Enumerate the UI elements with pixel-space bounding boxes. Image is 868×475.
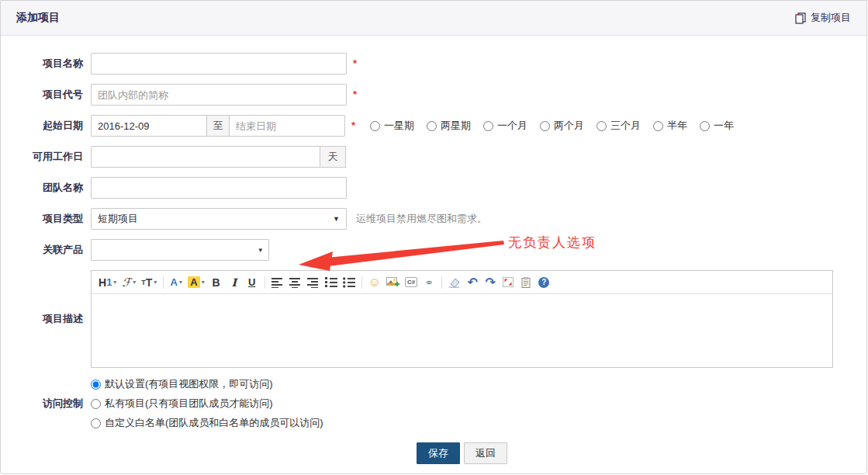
chevron-down-icon: ▾: [179, 279, 182, 286]
align-right-icon: [307, 277, 320, 288]
chevron-down-icon: ▾: [154, 279, 157, 286]
duration-option-2months[interactable]: 两个月: [540, 119, 584, 133]
image-icon: [386, 277, 399, 288]
linked-product-select[interactable]: ▾: [91, 239, 269, 261]
font-color-button[interactable]: A▾: [168, 273, 185, 292]
undo-button[interactable]: ↶: [464, 273, 481, 292]
redo-button[interactable]: ↷: [482, 273, 499, 292]
emoticon-button[interactable]: ☺: [366, 273, 383, 292]
smiley-icon: ☺: [368, 276, 381, 289]
description-label: 项目描述: [18, 308, 83, 330]
help-button[interactable]: ?: [535, 273, 552, 292]
ordered-list-icon: [325, 277, 337, 288]
fullscreen-icon: [503, 277, 514, 287]
linked-product-label: 关联产品: [18, 239, 83, 261]
access-control-label: 访问控制: [18, 393, 83, 414]
chevron-down-icon: ▾: [258, 246, 262, 254]
duration-radio[interactable]: [700, 121, 710, 131]
duration-option-1week[interactable]: 一星期: [370, 119, 414, 133]
copy-project-link[interactable]: 复制项目: [795, 11, 851, 25]
project-type-value: 短期项目: [98, 212, 330, 226]
access-option-private[interactable]: 私有项目(只有项目团队成员才能访问): [91, 397, 323, 411]
team-name-input[interactable]: [91, 177, 347, 199]
access-radio[interactable]: [91, 399, 101, 409]
duration-radio[interactable]: [370, 121, 380, 131]
description-editor-area[interactable]: [92, 294, 832, 367]
duration-option-1month[interactable]: 一个月: [483, 119, 527, 133]
save-button[interactable]: 保存: [417, 442, 460, 464]
workdays-unit-addon: 天: [320, 146, 346, 168]
duration-radio[interactable]: [427, 121, 437, 131]
row-team-name: 团队名称: [18, 177, 866, 199]
toolbar-separator: [163, 276, 164, 289]
add-project-form: 项目名称 * 项目代号 * 起始日期 至 * 一星期 两: [1, 36, 866, 464]
access-radio-group: 默认设置(有项目视图权限，即可访问) 私有项目(只有项目团队成员才能访问) 自定…: [91, 377, 323, 430]
duration-option-2weeks[interactable]: 两星期: [427, 119, 471, 133]
project-name-label: 项目名称: [18, 53, 83, 75]
align-center-button[interactable]: [287, 273, 304, 292]
duration-option-halfyear[interactable]: 半年: [653, 119, 687, 133]
undo-icon: ↶: [468, 276, 478, 289]
date-range-label: 起始日期: [18, 115, 83, 137]
copy-icon: [795, 12, 807, 24]
duration-radio[interactable]: [483, 121, 493, 131]
toolbar-separator: [265, 276, 265, 289]
insert-image-button[interactable]: [384, 273, 402, 292]
redo-icon: ↷: [486, 276, 496, 289]
row-workdays: 可用工作日 天: [18, 146, 866, 168]
chevron-down-icon: ▾: [133, 279, 136, 286]
project-type-select[interactable]: 短期项目 ▼: [91, 208, 347, 230]
bold-button[interactable]: B: [208, 273, 225, 292]
italic-button[interactable]: I: [226, 273, 243, 292]
annotation-arrow: [294, 235, 507, 272]
align-right-button[interactable]: [305, 273, 322, 292]
clipboard-icon: [521, 277, 531, 288]
row-project-name: 项目名称 *: [18, 53, 866, 75]
end-date-input[interactable]: [229, 115, 345, 137]
required-asterisk: *: [353, 84, 361, 106]
font-size-dropdown-button[interactable]: TT▾: [139, 273, 159, 292]
heading-dropdown-button[interactable]: H1▾: [96, 273, 119, 292]
access-option-whitelist[interactable]: 自定义白名单(团队成员和白名单的成员可以访问): [91, 416, 323, 430]
chevron-down-icon: ▾: [202, 279, 205, 286]
duration-radio[interactable]: [653, 121, 663, 131]
insert-code-button[interactable]: C#: [403, 273, 420, 292]
font-family-dropdown-button[interactable]: ℱ▾: [119, 273, 138, 292]
form-actions: 保存 返回: [91, 442, 833, 464]
underline-button[interactable]: U: [244, 273, 261, 292]
duration-radio[interactable]: [540, 121, 550, 131]
duration-option-3months[interactable]: 三个月: [597, 119, 641, 133]
duration-option-1year[interactable]: 一年: [700, 119, 734, 133]
unordered-list-button[interactable]: [341, 273, 358, 292]
back-button[interactable]: 返回: [464, 442, 507, 464]
workdays-input[interactable]: [91, 146, 320, 168]
editor-toolbar: H1▾ ℱ▾ TT▾ A▾ A▾ B I: [92, 271, 832, 294]
access-radio[interactable]: [91, 418, 101, 428]
toolbar-separator: [361, 276, 362, 289]
ordered-list-button[interactable]: [323, 273, 340, 292]
insert-link-button[interactable]: ⚭: [420, 273, 437, 292]
project-code-label: 项目代号: [18, 84, 83, 106]
source-view-button[interactable]: [517, 273, 534, 292]
workdays-label: 可用工作日: [18, 146, 83, 168]
align-left-button[interactable]: [269, 273, 286, 292]
duration-radio[interactable]: [597, 121, 607, 131]
chevron-down-icon: ▼: [333, 215, 340, 223]
row-project-code: 项目代号 *: [18, 84, 866, 106]
rich-text-editor: H1▾ ℱ▾ TT▾ A▾ A▾ B I: [91, 270, 833, 368]
project-name-input[interactable]: [91, 53, 347, 75]
duration-radio-group: 一星期 两星期 一个月 两个月 三个月: [370, 119, 746, 133]
toolbar-separator: [441, 276, 442, 289]
required-asterisk: *: [353, 53, 361, 75]
date-to-addon: 至: [206, 115, 230, 137]
access-option-default[interactable]: 默认设置(有项目视图权限，即可访问): [91, 377, 323, 391]
add-project-panel: 添加项目 复制项目 项目名称 * 项目代号 * 起: [0, 0, 867, 474]
highlight-color-button[interactable]: A▾: [185, 273, 206, 292]
start-date-input[interactable]: [91, 115, 207, 137]
project-code-input[interactable]: [91, 84, 347, 106]
help-icon: ?: [538, 277, 549, 288]
copy-project-label: 复制项目: [811, 11, 851, 25]
fullscreen-button[interactable]: [500, 273, 517, 292]
remove-format-button[interactable]: [446, 273, 463, 292]
access-radio[interactable]: [91, 380, 101, 390]
